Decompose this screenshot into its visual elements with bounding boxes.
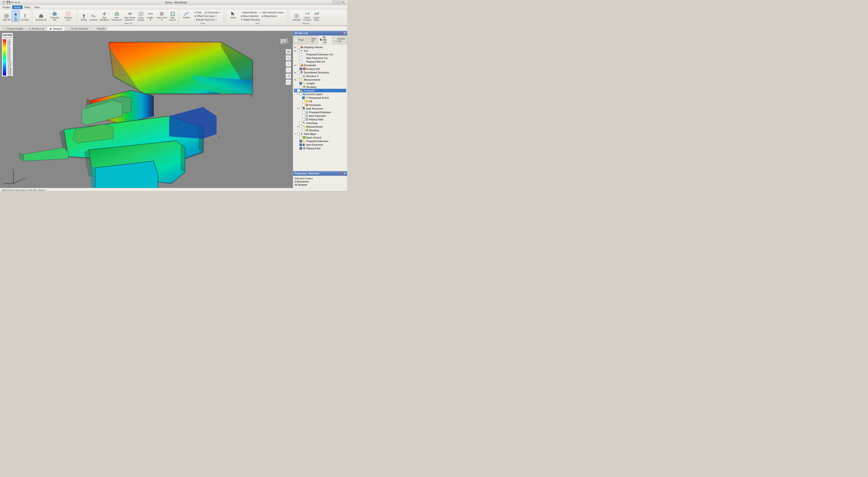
- tree-new-pavement-cut[interactable]: 📄 New Pavement Cut: [294, 56, 346, 60]
- adjust-altitude-btn[interactable]: ↕ Adjust Altitude: [240, 11, 258, 14]
- new-length-button[interactable]: ~ Length ~▼: [146, 10, 155, 22]
- shrubing-bottom-check[interactable]: [302, 129, 305, 132]
- tree-hm-proposed-extension[interactable]: 📐 Proposed Extension: [294, 139, 346, 143]
- tab-results[interactable]: 📈 Results: [91, 26, 108, 31]
- proposed-site-button[interactable]: Proposed Site: [48, 10, 61, 22]
- tab-project-details[interactable]: 📋 Project Details: [1, 26, 26, 31]
- remainder-expand[interactable]: [294, 64, 297, 66]
- stripping-volume-expand[interactable]: [294, 46, 297, 48]
- play-field-cut-check[interactable]: [300, 60, 302, 63]
- redo-btn[interactable]: ↪: [14, 1, 17, 4]
- tree-resspread[interactable]: 🌱 Resspread (0.3m): [294, 96, 346, 100]
- measurements-bottom-expand[interactable]: [297, 126, 300, 128]
- tree-proposed[interactable]: 📐 Proposed: [294, 89, 346, 92]
- new-trench-button[interactable]: New TrenchNetwork ▼: [124, 10, 136, 22]
- prop-ext-check[interactable]: [302, 111, 305, 114]
- split-selected-btn[interactable]: ✂ Split Selected Line(s): [258, 11, 285, 14]
- tree-playing-field[interactable]: ⚽ Playing Field: [294, 118, 346, 121]
- working-area-button[interactable]: Working Area: [62, 10, 75, 22]
- tree-proposed-extension-cut[interactable]: 📄 Proposed Extension Cut: [294, 53, 346, 56]
- cross-section-button[interactable]: CrossSection: [137, 10, 145, 22]
- panel-tab-takoff[interactable]: 📋 Take Off: [306, 35, 318, 44]
- check-pipes-button[interactable]: CheckPipes: [313, 10, 321, 22]
- tree-lengths[interactable]: 📏 Lengths: [294, 82, 346, 85]
- heat-maps-check[interactable]: [297, 133, 300, 135]
- site-tree[interactable]: 📦 Stripping Volume ✂ Cut 📄 Proposed Exte…: [293, 44, 347, 171]
- grid-view-btn[interactable]: ⊞: [286, 49, 291, 55]
- tree-measurements-bottom[interactable]: 📏 Measurements: [294, 125, 346, 128]
- maximize-btn[interactable]: □: [337, 1, 341, 4]
- new-area-button[interactable]: NewArea ▼: [168, 10, 177, 22]
- contours-button[interactable]: Contours: [88, 13, 98, 22]
- ground-layers-expand[interactable]: [297, 93, 300, 95]
- measurements-top-expand[interactable]: [294, 78, 297, 81]
- hm-new-pav-check[interactable]: [300, 144, 302, 146]
- props-close-btn[interactable]: ✕: [344, 172, 346, 175]
- cut-expand[interactable]: [294, 50, 297, 52]
- shrubing-top-check[interactable]: [300, 86, 302, 88]
- fill-check[interactable]: [302, 100, 305, 103]
- menu-project[interactable]: Project: [1, 5, 12, 9]
- demolished-expand[interactable]: [294, 71, 297, 74]
- rotate-btn[interactable]: ↺: [286, 73, 291, 79]
- zoom-out-btn[interactable]: −: [286, 67, 291, 73]
- built-structures-check[interactable]: [300, 107, 302, 110]
- menu-view[interactable]: View: [32, 5, 41, 9]
- lengths-check[interactable]: [300, 82, 302, 85]
- tree-hm-playing-field[interactable]: ⚽ Playing Field: [294, 147, 346, 150]
- proposed-check[interactable]: [297, 89, 300, 92]
- panel-tab-plans[interactable]: 📄 Plans: [293, 35, 306, 44]
- tree-demolished-structures[interactable]: 🏚 Demolished Structures: [294, 71, 346, 74]
- tree-remainder-proposed[interactable]: 📦 Remainder: [294, 103, 346, 107]
- move-selection-btn[interactable]: ✥ Move Selection: [240, 14, 260, 18]
- take-off-button[interactable]: 2D Take Off: [2, 13, 11, 22]
- tree-existing-soil[interactable]: 🟫 Existing Soil: [294, 67, 346, 71]
- tree-stripping-volume[interactable]: 📦 Stripping Volume: [294, 45, 346, 49]
- props-pin-btn[interactable]: 📌: [340, 172, 343, 175]
- remainder-prop-check[interactable]: [302, 104, 305, 106]
- zoom-fit-btn[interactable]: 🔍: [286, 55, 291, 61]
- tab-viewport[interactable]: 🖥 Viewport: [47, 26, 65, 31]
- playing-field-check[interactable]: [302, 118, 305, 121]
- hm-playing-field-check[interactable]: [300, 147, 302, 150]
- existing-soil-check[interactable]: [300, 67, 302, 70]
- site-list-panel-close[interactable]: ✕: [343, 32, 346, 35]
- zoom-in-btn[interactable]: +: [286, 61, 291, 67]
- tree-structure-4[interactable]: 🏢 Structure 4: [294, 74, 346, 78]
- tree-shrubing-bottom[interactable]: 🌿 Shrubing: [294, 128, 346, 132]
- tree-ground-layers[interactable]: 🌍 Ground Layers: [294, 92, 346, 96]
- tree-shrubing-top[interactable]: 🌿 Shrubing: [294, 85, 346, 89]
- structure4-check[interactable]: [300, 75, 302, 77]
- remainder-check[interactable]: [297, 64, 300, 67]
- panel-pin-btn[interactable]: 📌: [339, 32, 343, 35]
- merge-areas-btn[interactable]: ⊕ Merge Areas: [260, 14, 278, 18]
- tab-cross-sections[interactable]: 📊 Cross Sections: [65, 26, 91, 31]
- trenching-check[interactable]: [300, 122, 302, 124]
- resspread-check[interactable]: [302, 96, 305, 99]
- new-pav-check[interactable]: [302, 115, 305, 117]
- tree-heat-maps[interactable]: 🌡 Heat Maps: [294, 132, 346, 136]
- offset-from-input-btn[interactable]: ⊞ Offset From Input ▼: [193, 14, 218, 18]
- demolished-check[interactable]: [297, 71, 300, 74]
- tree-remainder[interactable]: 📦 Remainder: [294, 63, 346, 67]
- close-btn[interactable]: ✕: [341, 1, 345, 4]
- select-button[interactable]: Select: [228, 10, 238, 22]
- tree-trenching[interactable]: ⛏ Trenching: [294, 121, 346, 125]
- check-contours-button[interactable]: CheckContours: [302, 10, 312, 22]
- tree-open-ground[interactable]: 🟩 Open Ground: [294, 136, 346, 139]
- 3d-site-button[interactable]: 3DSite: [11, 10, 20, 22]
- tab-boring-log[interactable]: 🔩 Boring Log: [26, 26, 46, 31]
- viewport[interactable]: X Z Y Heat Map Grand field 0.72 0.63 0.5…: [0, 31, 293, 188]
- existing-site-button[interactable]: Existing Site: [35, 13, 48, 22]
- measurements-bottom-check[interactable]: [300, 125, 302, 128]
- new-pav-cut-check[interactable]: [300, 57, 302, 59]
- ground-layers-check[interactable]: [300, 93, 302, 96]
- save-btn[interactable]: 💾: [6, 1, 10, 4]
- extrude-input-line-btn[interactable]: ↕ Extrude Input Line ▼: [193, 18, 218, 22]
- spot-elevations-button[interactable]: SpotElevations: [99, 10, 110, 22]
- stripping-volume-check[interactable]: [297, 46, 300, 49]
- heat-maps-expand[interactable]: [294, 133, 297, 135]
- tree-measurements-top[interactable]: 📏 Measurements: [294, 78, 346, 82]
- undo-btn[interactable]: ↩: [11, 1, 13, 4]
- calculate-button[interactable]: Σ Calculate: [291, 13, 302, 22]
